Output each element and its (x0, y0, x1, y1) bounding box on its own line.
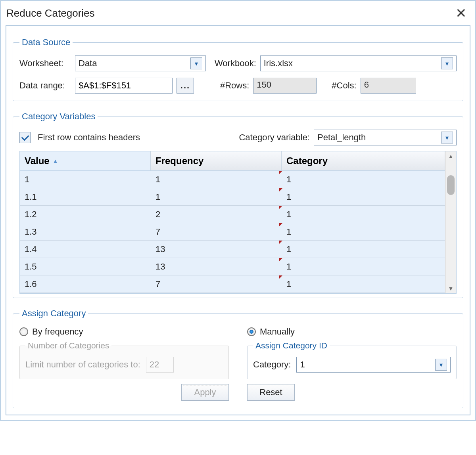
worksheet-label: Worksheet: (19, 58, 71, 69)
by-frequency-label: By frequency (32, 327, 83, 337)
worksheet-select[interactable]: Data ▾ (75, 55, 206, 71)
table-row[interactable]: 111 (20, 171, 445, 188)
chevron-down-icon: ▾ (190, 57, 202, 69)
assign-category-id-group: Assign Category ID Category: 1 ▾ (247, 341, 457, 379)
assign-category-group: Assign Category By frequency Number of C… (13, 308, 463, 408)
cell-category: 1 (282, 206, 445, 223)
cell-category: 1 (282, 223, 445, 240)
reset-button[interactable]: Reset (247, 384, 295, 401)
cell-value: 1.2 (20, 206, 151, 223)
values-table: Value ▲ Frequency Category 1111.1111.221… (19, 151, 457, 294)
cell-frequency: 13 (151, 258, 282, 275)
table-row[interactable]: 1.671 (20, 275, 445, 293)
category-select[interactable]: 1 ▾ (296, 357, 451, 373)
category-variables-legend: Category Variables (19, 111, 98, 122)
manually-label: Manually (260, 327, 295, 337)
cell-frequency: 13 (151, 241, 282, 258)
col-frequency-header[interactable]: Frequency (151, 151, 282, 170)
cell-value: 1.1 (20, 188, 151, 205)
range-picker-button[interactable]: ... (177, 78, 194, 94)
sort-asc-icon: ▲ (53, 158, 58, 164)
category-variable-label: Category variable: (239, 132, 310, 143)
number-of-categories-group: Number of Categories Limit number of cat… (19, 341, 229, 379)
chevron-down-icon: ▾ (441, 57, 453, 69)
category-variable-select[interactable]: Petal_length ▾ (314, 130, 457, 145)
workbook-label: Workbook: (215, 58, 256, 69)
category-label: Category: (253, 359, 291, 370)
cell-value: 1.3 (20, 223, 151, 240)
dialog-body: Data Source Worksheet: Data ▾ Workbook: … (6, 25, 470, 415)
table-row[interactable]: 1.111 (20, 188, 445, 206)
cell-value: 1.4 (20, 241, 151, 258)
scroll-down-icon[interactable]: ▼ (448, 285, 454, 292)
col-category-header[interactable]: Category (282, 151, 445, 170)
dialog-window: Reduce Categories ✕ Data Source Workshee… (0, 0, 476, 421)
workbook-select[interactable]: Iris.xlsx ▾ (260, 55, 457, 71)
rows-label: #Rows: (220, 80, 249, 91)
table-row[interactable]: 1.371 (20, 223, 445, 241)
scroll-up-icon[interactable]: ▲ (448, 153, 454, 159)
category-select-value: 1 (300, 359, 305, 370)
table-row[interactable]: 1.4131 (20, 241, 445, 258)
rows-readonly: 150 (253, 78, 317, 94)
worksheet-value: Data (79, 58, 97, 69)
headers-checkbox[interactable] (19, 132, 31, 143)
cell-frequency: 7 (151, 275, 282, 292)
title-bar: Reduce Categories ✕ (1, 1, 475, 25)
chevron-down-icon: ▾ (435, 359, 447, 371)
cell-frequency: 2 (151, 206, 282, 223)
cell-frequency: 7 (151, 223, 282, 240)
cell-value: 1 (20, 171, 151, 188)
category-variable-value: Petal_length (317, 132, 366, 143)
cell-category: 1 (282, 188, 445, 205)
workbook-value: Iris.xlsx (264, 58, 293, 69)
limit-input (146, 357, 174, 373)
data-source-legend: Data Source (19, 37, 73, 48)
category-variables-group: Category Variables First row contains he… (13, 111, 463, 298)
manually-column: Manually Assign Category ID Category: 1 … (247, 327, 457, 401)
data-range-input[interactable] (75, 78, 173, 94)
cell-value: 1.6 (20, 275, 151, 292)
table-row[interactable]: 1.221 (20, 206, 445, 223)
dialog-title: Reduce Categories (6, 7, 452, 19)
cell-category: 1 (282, 241, 445, 258)
apply-button[interactable]: Apply (181, 384, 229, 401)
manually-radio[interactable] (247, 327, 256, 336)
col-value-header[interactable]: Value ▲ (20, 151, 151, 170)
table-header: Value ▲ Frequency Category (20, 151, 445, 171)
headers-check-label: First row contains headers (38, 132, 140, 143)
scroll-track[interactable] (445, 159, 456, 285)
cols-readonly: 6 (361, 78, 416, 94)
close-icon[interactable]: ✕ (452, 5, 470, 21)
scroll-thumb[interactable] (447, 175, 455, 195)
by-frequency-column: By frequency Number of Categories Limit … (19, 327, 229, 401)
cols-label: #Cols: (332, 80, 356, 91)
number-of-categories-legend: Number of Categories (25, 341, 111, 350)
chevron-down-icon: ▾ (441, 132, 453, 143)
by-frequency-radio[interactable] (19, 327, 28, 336)
table-scrollbar[interactable]: ▲ ▼ (445, 151, 456, 293)
assign-category-id-legend: Assign Category ID (253, 341, 330, 350)
table-row[interactable]: 1.5131 (20, 258, 445, 275)
cell-frequency: 1 (151, 171, 282, 188)
cell-category: 1 (282, 258, 445, 275)
cell-category: 1 (282, 171, 445, 188)
cell-category: 1 (282, 275, 445, 292)
cell-value: 1.5 (20, 258, 151, 275)
cell-frequency: 1 (151, 188, 282, 205)
assign-category-legend: Assign Category (19, 308, 88, 319)
data-range-label: Data range: (19, 80, 71, 91)
data-source-group: Data Source Worksheet: Data ▾ Workbook: … (13, 37, 463, 101)
limit-label: Limit number of categories to: (25, 359, 140, 370)
table-body: 1111.1111.2211.3711.41311.51311.671 (20, 171, 445, 293)
